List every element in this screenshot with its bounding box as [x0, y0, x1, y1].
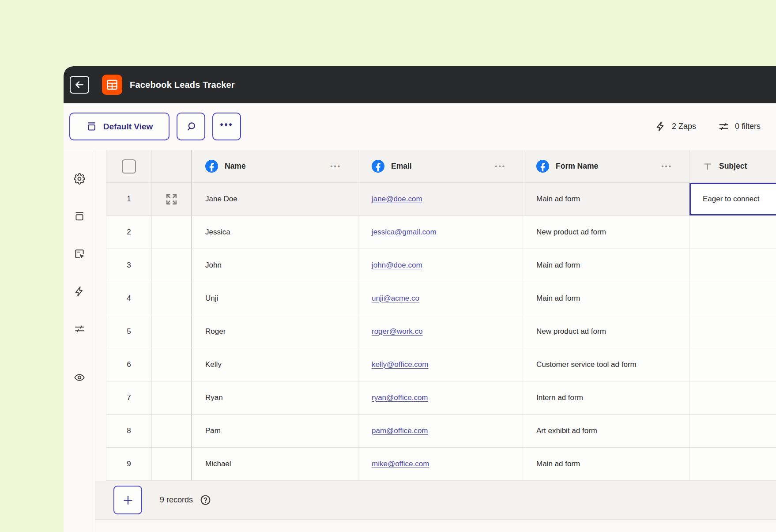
cell-name[interactable]: Ryan: [192, 381, 358, 415]
expand-cell: [152, 315, 192, 348]
cell-name[interactable]: Kelly: [192, 348, 358, 381]
filters-count-label: 0 filters: [735, 122, 761, 131]
cell-email: mike@office.com: [358, 448, 523, 481]
row-number[interactable]: 4: [106, 282, 152, 315]
column-header-name[interactable]: Name •••: [192, 150, 358, 183]
cell-form-name[interactable]: Customer service tool ad form: [523, 348, 689, 381]
facebook-icon: [536, 160, 549, 173]
cell-subject[interactable]: [689, 348, 776, 381]
sidebar-item-views[interactable]: [74, 211, 85, 222]
cell-name[interactable]: Pam: [192, 415, 358, 448]
expand-cell: [152, 216, 192, 249]
cell-form-name[interactable]: Main ad form: [523, 183, 689, 216]
search-icon: [185, 121, 197, 133]
cell-form-name[interactable]: Main ad form: [523, 282, 689, 315]
cell-name[interactable]: Michael: [192, 448, 358, 481]
email-link[interactable]: pam@office.com: [372, 426, 428, 435]
email-link[interactable]: kelly@office.com: [372, 360, 428, 369]
column-header-subject[interactable]: Subject: [689, 150, 776, 183]
cell-subject[interactable]: [689, 415, 776, 448]
facebook-icon: [205, 160, 218, 173]
email-link[interactable]: john@doe.com: [372, 261, 422, 270]
cell-email: kelly@office.com: [358, 348, 523, 381]
sidebar-item-filters[interactable]: [74, 323, 85, 335]
row-number[interactable]: 5: [106, 315, 152, 348]
email-link[interactable]: ryan@office.com: [372, 393, 428, 402]
column-menu-icon[interactable]: •••: [495, 162, 506, 170]
default-view-label: Default View: [103, 122, 153, 132]
default-view-button[interactable]: Default View: [69, 113, 170, 140]
row-number[interactable]: 6: [106, 348, 152, 381]
cell-name[interactable]: John: [192, 249, 358, 282]
cell-email: pam@office.com: [358, 415, 523, 448]
zaps-status[interactable]: 2 Zaps: [655, 121, 696, 132]
cell-form-name[interactable]: New product ad form: [523, 315, 689, 348]
email-link[interactable]: roger@work.co: [372, 327, 423, 336]
table-row: 1Jane Doejane@doe.comMain ad formEager t…: [106, 183, 776, 216]
app-window: Facebook Leads Tracker Default View ••• …: [64, 66, 776, 532]
cell-name[interactable]: Roger: [192, 315, 358, 348]
row-number[interactable]: 7: [106, 381, 152, 415]
help-circle-icon[interactable]: [200, 494, 211, 506]
cell-form-name[interactable]: Art exhibit ad form: [523, 415, 689, 448]
expand-cell: [152, 249, 192, 282]
lightning-icon: [655, 121, 666, 132]
sidebar-item-form-panel[interactable]: [74, 248, 85, 260]
email-link[interactable]: mike@office.com: [372, 460, 429, 468]
sidebar-item-hidden-fields[interactable]: [74, 372, 85, 383]
cell-subject[interactable]: [689, 249, 776, 282]
expand-record-button[interactable]: [152, 183, 192, 216]
cell-subject[interactable]: [689, 315, 776, 348]
table-menu-button[interactable]: •••: [212, 113, 241, 140]
column-header-email[interactable]: Email •••: [358, 150, 523, 183]
cell-subject[interactable]: [689, 381, 776, 415]
table-row: 7Ryanryan@office.comIntern ad form: [106, 381, 776, 415]
email-link[interactable]: jane@doe.com: [372, 195, 422, 204]
cell-email: jane@doe.com: [358, 183, 523, 216]
email-link[interactable]: unji@acme.co: [372, 294, 419, 303]
cell-form-name[interactable]: Intern ad form: [523, 381, 689, 415]
column-menu-icon[interactable]: •••: [330, 162, 341, 170]
more-dots-icon: •••: [220, 120, 233, 133]
expand-record-icon: [165, 192, 178, 206]
cell-subject[interactable]: [689, 448, 776, 481]
page-title: Facebook Leads Tracker: [130, 80, 235, 90]
filter-sliders-icon: [718, 121, 729, 132]
row-number[interactable]: 9: [106, 448, 152, 481]
cell-name[interactable]: Jane Doe: [192, 183, 358, 216]
leads-table: Name ••• Email ••• Form Name •••: [106, 150, 776, 481]
sidebar-item-zaps[interactable]: [74, 286, 85, 297]
cell-subject[interactable]: [689, 216, 776, 249]
zaps-count-label: 2 Zaps: [672, 122, 696, 131]
view-stack-icon: [86, 121, 97, 132]
add-record-button[interactable]: [113, 486, 142, 514]
lightning-icon: [74, 286, 85, 297]
back-button[interactable]: [70, 76, 89, 94]
row-number[interactable]: 1: [106, 183, 152, 216]
cell-form-name[interactable]: New product ad form: [523, 216, 689, 249]
cell-email: ryan@office.com: [358, 381, 523, 415]
cell-form-name[interactable]: Main ad form: [523, 249, 689, 282]
cell-subject-selected[interactable]: Eager to connect: [689, 183, 776, 216]
table-row: 4Unjiunji@acme.coMain ad form: [106, 282, 776, 315]
expand-cell: [152, 348, 192, 381]
table-row: 3Johnjohn@doe.comMain ad form: [106, 249, 776, 282]
form-panel-cursor-icon: [74, 248, 85, 260]
cell-subject[interactable]: [689, 282, 776, 315]
row-number[interactable]: 2: [106, 216, 152, 249]
column-header-form-name[interactable]: Form Name •••: [523, 150, 689, 183]
cell-name[interactable]: Unji: [192, 282, 358, 315]
email-link[interactable]: jessica@gmail.com: [372, 228, 437, 237]
table-row: 6Kellykelly@office.comCustomer service t…: [106, 348, 776, 381]
search-button[interactable]: [177, 113, 205, 140]
row-number[interactable]: 3: [106, 249, 152, 282]
sidebar-item-settings[interactable]: [74, 173, 85, 185]
filters-status[interactable]: 0 filters: [718, 121, 761, 132]
column-menu-icon[interactable]: •••: [661, 162, 672, 170]
table-row: 2Jessicajessica@gmail.comNew product ad …: [106, 216, 776, 249]
cell-name[interactable]: Jessica: [192, 216, 358, 249]
cell-form-name[interactable]: Main ad form: [523, 448, 689, 481]
expand-cell: [152, 381, 192, 415]
select-all-checkbox[interactable]: [122, 159, 136, 174]
row-number[interactable]: 8: [106, 415, 152, 448]
